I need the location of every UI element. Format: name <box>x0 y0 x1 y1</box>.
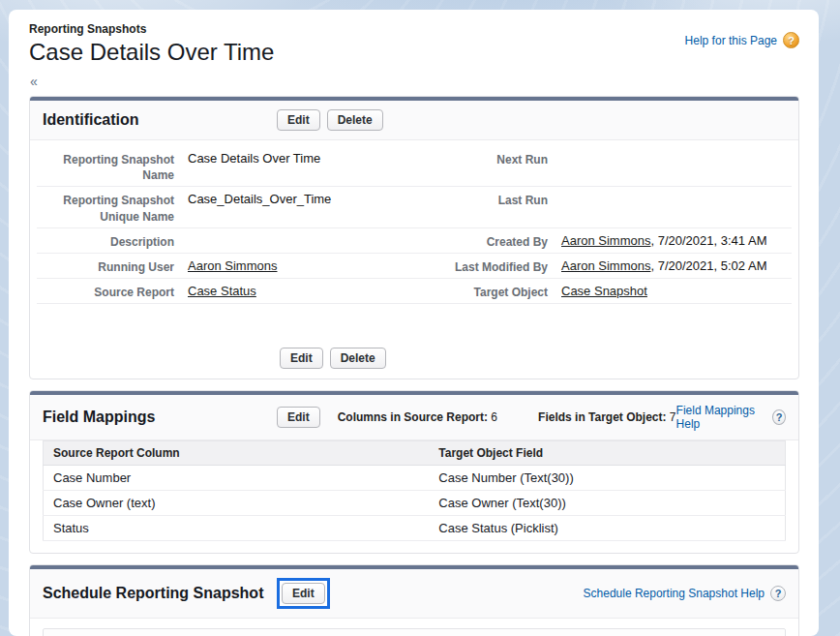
field-label: Last Modified By <box>414 257 561 275</box>
schedule-edit-button[interactable]: Edit <box>282 583 325 604</box>
detail-row: Reporting Snapshot Unique Name Case_Deta… <box>37 187 792 227</box>
field-label: Next Run <box>414 150 561 183</box>
identification-delete-button[interactable]: Delete <box>327 109 383 131</box>
detail-row: Running User Aaron Simmons Last Modified… <box>37 254 792 279</box>
field-value: Aaron Simmons, 7/20/2021, 5:02 AM <box>561 257 766 275</box>
question-circle-icon[interactable]: ? <box>772 409 786 425</box>
edit-button-highlight: Edit <box>277 578 330 609</box>
identification-bottom-buttons: Edit Delete <box>30 304 798 379</box>
field-value: Aaron Simmons <box>188 257 277 275</box>
running-user-link[interactable]: Aaron Simmons <box>188 258 277 273</box>
source-report-link[interactable]: Case Status <box>188 284 256 298</box>
section-title-field-mappings: Field Mappings <box>43 409 277 426</box>
columns-in-source-count: Columns in Source Report: 6 <box>338 410 497 424</box>
target-object-link[interactable]: Case Snapshot <box>561 284 647 298</box>
field-value: Case Details Over Time <box>188 150 320 183</box>
help-orange-icon[interactable]: ? <box>783 32 799 48</box>
schedule-empty-state: No records to display <box>43 628 786 636</box>
source-column-cell: Case Owner (text) <box>44 491 430 516</box>
field-mappings-table: Source Report Column Target Object Field… <box>43 440 786 541</box>
field-value: Aaron Simmons, 7/20/2021, 3:41 AM <box>561 232 766 250</box>
page-title: Case Details Over Time <box>29 39 274 66</box>
identification-header: Identification Edit Delete <box>30 101 798 140</box>
field-mappings-edit-button[interactable]: Edit <box>277 407 320 428</box>
source-column-cell: Case Number <box>44 466 430 491</box>
table-header-row: Source Report Column Target Object Field <box>44 441 786 466</box>
field-label: Description <box>37 232 188 250</box>
fields-in-target-value: 7 <box>670 410 676 424</box>
field-mappings-section: Field Mappings Edit Columns in Source Re… <box>29 390 799 554</box>
section-title-schedule: Schedule Reporting Snapshot <box>43 585 277 602</box>
columns-in-source-value: 6 <box>491 410 497 424</box>
field-label: Created By <box>414 232 561 250</box>
target-field-cell: Case Number (Text(30)) <box>429 466 785 491</box>
field-label: Target Object <box>414 283 561 300</box>
created-by-link[interactable]: Aaron Simmons <box>561 233 650 248</box>
schedule-section: Schedule Reporting Snapshot Edit Schedul… <box>29 564 799 636</box>
section-title-identification: Identification <box>43 111 277 129</box>
modified-date: , 7/20/2021, 5:02 AM <box>650 258 766 273</box>
field-mappings-help-link[interactable]: Field Mappings Help <box>676 404 766 431</box>
identification-detail-grid: Reporting Snapshot Name Case Details Ove… <box>30 140 798 304</box>
field-label: Source Report <box>37 283 188 300</box>
field-mappings-header: Field Mappings Edit Columns in Source Re… <box>30 395 798 440</box>
column-header-target: Target Object Field <box>429 441 785 466</box>
table-row: Case Number Case Number (Text(30)) <box>44 466 786 491</box>
identification-edit-button[interactable]: Edit <box>277 109 320 131</box>
source-column-cell: Status <box>44 516 430 541</box>
field-label: Last Run <box>414 191 561 224</box>
field-label: Reporting Snapshot Unique Name <box>37 191 188 224</box>
sidebar-collapse-toggle[interactable]: « <box>30 74 44 89</box>
page-title-block: Reporting Snapshots Case Details Over Ti… <box>29 22 274 66</box>
detail-row: Reporting Snapshot Name Case Details Ove… <box>37 146 792 187</box>
field-value: Case_Details_Over_Time <box>188 191 331 224</box>
content-panel: Reporting Snapshots Case Details Over Ti… <box>9 10 819 636</box>
table-row: Case Owner (text) Case Owner (Text(30)) <box>44 491 786 516</box>
column-header-source: Source Report Column <box>44 441 430 466</box>
help-for-this-page-link[interactable]: Help for this Page <box>685 34 777 47</box>
detail-row: Description Created By Aaron Simmons, 7/… <box>37 228 792 254</box>
table-row: Status Case Status (Picklist) <box>44 516 786 541</box>
field-label: Reporting Snapshot Name <box>37 150 188 183</box>
field-value: Case Status <box>188 283 256 300</box>
identification-delete-button-bottom[interactable]: Delete <box>330 348 386 369</box>
detail-row: Source Report Case Status Target Object … <box>37 279 792 304</box>
field-value: Case Snapshot <box>561 283 647 300</box>
page-help: Help for this Page ? <box>685 32 799 48</box>
identification-edit-button-bottom[interactable]: Edit <box>280 348 323 369</box>
identification-section: Identification Edit Delete Reporting Sna… <box>29 96 799 379</box>
page-header: Reporting Snapshots Case Details Over Ti… <box>29 22 799 66</box>
question-circle-icon[interactable]: ? <box>770 586 786 601</box>
target-field-cell: Case Status (Picklist) <box>429 516 785 541</box>
field-label: Running User <box>37 257 188 275</box>
target-field-cell: Case Owner (Text(30)) <box>429 491 785 516</box>
created-date: , 7/20/2021, 3:41 AM <box>650 233 766 248</box>
schedule-header: Schedule Reporting Snapshot Edit Schedul… <box>30 569 798 619</box>
fields-in-target-count: Fields in Target Object: 7 <box>538 410 676 424</box>
schedule-help-link[interactable]: Schedule Reporting Snapshot Help <box>584 587 765 600</box>
breadcrumb: Reporting Snapshots <box>29 22 274 36</box>
last-modified-by-link[interactable]: Aaron Simmons <box>561 258 650 273</box>
